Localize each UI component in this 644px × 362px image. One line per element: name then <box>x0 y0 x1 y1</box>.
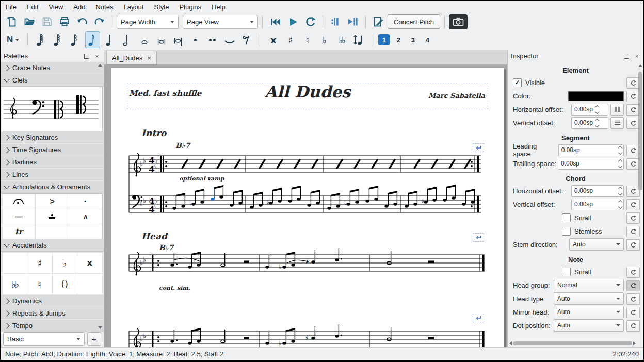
empty-cell[interactable] <box>2 252 28 274</box>
menu-style[interactable]: Style <box>154 3 169 11</box>
duration-eighth-button-selected[interactable] <box>85 31 100 48</box>
play-button[interactable] <box>284 14 301 29</box>
trailing-spinbox[interactable]: 0.00sp <box>558 158 624 170</box>
palettes-scrollbar[interactable] <box>98 64 103 329</box>
menu-view[interactable]: View <box>49 3 63 11</box>
menu-edit[interactable]: Edit <box>27 3 38 11</box>
palette-articulations[interactable]: Articulations & Ornaments <box>1 180 104 193</box>
note-small-checkbox[interactable] <box>562 268 571 276</box>
palette-grace-notes[interactable]: Grace Notes <box>1 61 104 74</box>
flip-direction-button[interactable] <box>351 32 365 48</box>
duration-16th-button[interactable] <box>68 32 82 48</box>
composer-text[interactable]: Marc Sabatella <box>428 92 485 100</box>
double-sharp-button[interactable]: x <box>266 32 280 48</box>
natural-cell[interactable]: ♮ <box>27 273 53 295</box>
small-checkbox[interactable] <box>562 213 571 222</box>
close-tab-icon[interactable]: × <box>147 54 151 62</box>
natural-button[interactable]: ♮ <box>300 32 314 48</box>
scroll-down-icon[interactable] <box>98 326 102 329</box>
menu-add[interactable]: Add <box>73 3 85 11</box>
clefs-palette-grid[interactable] <box>2 87 103 131</box>
leading-spinbox[interactable]: 0.00sp <box>558 144 624 156</box>
augmentation-dot-button[interactable] <box>188 32 202 48</box>
palette-clefs[interactable]: Clefs <box>1 74 104 87</box>
double-flat-button[interactable]: ♭♭ <box>334 32 348 48</box>
duration-longa-button[interactable] <box>171 32 185 48</box>
tie-button[interactable] <box>222 32 236 48</box>
visible-checkbox[interactable] <box>513 78 522 87</box>
scroll-up-icon[interactable] <box>98 64 102 67</box>
palette-tempo[interactable]: Tempo <box>1 319 104 332</box>
duration-quarter-button[interactable] <box>103 32 117 48</box>
chord-hoffset-spinbox[interactable]: 0.00sp <box>571 185 624 197</box>
zoom-combo[interactable]: Page Width <box>117 15 179 29</box>
tenuto-cell[interactable]: — <box>2 209 36 224</box>
flat-cell[interactable]: ♭ <box>52 252 78 274</box>
mirror-head-dropdown[interactable]: Auto <box>554 306 624 318</box>
voice-2-button[interactable]: 2 <box>393 34 404 45</box>
note-input-mode-button[interactable]: N <box>5 35 21 45</box>
rest-button[interactable] <box>239 32 253 48</box>
color-swatch[interactable] <box>568 91 624 101</box>
double-flat-cell[interactable]: ♭♭ <box>2 273 28 295</box>
scrollbar-thumb[interactable] <box>638 72 642 190</box>
new-score-button[interactable] <box>4 14 20 29</box>
system-3[interactable]: ♭♭ ♭ ♯ <box>127 309 487 348</box>
palette-repeats-jumps[interactable]: Repeats & Jumps <box>1 307 104 320</box>
snap-vertical-button[interactable] <box>610 117 624 129</box>
edit-mode-button[interactable] <box>370 14 387 29</box>
fermata-cell[interactable] <box>2 194 36 209</box>
pan-playback-button[interactable] <box>345 14 361 29</box>
rehearsal-mark-intro[interactable]: Intro <box>141 128 166 138</box>
trill-cell[interactable]: tr <box>2 224 36 239</box>
close-panel-icon[interactable]: × <box>93 53 101 60</box>
save-button[interactable] <box>39 14 55 29</box>
inspector-horizontal-scrollbar[interactable] <box>509 340 636 347</box>
score-canvas[interactable]: Med. fast shuffle All Dudes Marc Sabatel… <box>104 64 508 348</box>
concert-pitch-button[interactable]: Concert Pitch <box>388 14 440 29</box>
float-panel-icon[interactable] <box>83 53 90 60</box>
portato-cell[interactable] <box>35 209 69 224</box>
inspector-vertical-scrollbar[interactable] <box>637 63 643 339</box>
score-page[interactable]: Med. fast shuffle All Dudes Marc Sabatel… <box>111 68 504 348</box>
snap-horizontal-button[interactable] <box>610 104 624 116</box>
duration-32nd-button[interactable] <box>51 32 65 48</box>
palette-key-signatures[interactable]: Key Signatures <box>1 131 104 144</box>
palette-barlines[interactable]: Barlines <box>1 156 104 169</box>
menu-layout[interactable]: Layout <box>123 3 143 11</box>
print-button[interactable] <box>56 14 73 29</box>
duration-half-button[interactable] <box>120 32 134 48</box>
voffset-spinbox[interactable]: 0.00sp <box>571 117 608 129</box>
scroll-left-icon[interactable] <box>509 341 512 345</box>
close-panel-icon[interactable]: × <box>633 53 640 60</box>
accent-cell[interactable]: > <box>35 194 69 209</box>
view-mode-combo[interactable]: Page View <box>183 15 258 29</box>
stem-direction-dropdown[interactable]: Auto <box>569 238 624 251</box>
empty-cell[interactable] <box>35 224 69 239</box>
voice-4-button[interactable]: 4 <box>422 34 433 45</box>
hoffset-spinbox[interactable]: 0.00sp <box>571 104 608 116</box>
loop-playback-button[interactable] <box>302 14 318 29</box>
play-repeats-button[interactable] <box>327 14 344 29</box>
palette-preset-combo[interactable]: Basic <box>3 332 85 346</box>
open-button[interactable] <box>21 14 38 29</box>
menu-file[interactable]: File <box>6 3 17 11</box>
menu-plugins[interactable]: Plugins <box>179 3 201 11</box>
duration-breve-button[interactable] <box>154 32 168 48</box>
dot-position-dropdown[interactable]: Auto <box>554 319 624 332</box>
tab-all-dudes[interactable]: All_Dudes × <box>106 51 157 64</box>
continue-sim-text[interactable]: cont. sim. <box>159 285 190 291</box>
rewind-button[interactable] <box>267 14 283 29</box>
parentheses-cell[interactable]: () <box>52 273 78 295</box>
system-1[interactable]: ♭♭ ♭♭ 44 44 ♭ <box>127 140 487 218</box>
sharp-button[interactable]: ♯ <box>283 32 297 48</box>
float-panel-icon[interactable] <box>623 53 630 60</box>
scroll-right-icon[interactable] <box>633 341 636 345</box>
screenshot-mode-button[interactable] <box>449 14 468 29</box>
redo-button[interactable] <box>91 14 108 29</box>
chord-voffset-spinbox[interactable]: 0.00sp <box>571 199 624 210</box>
scrollbar-thumb[interactable] <box>513 341 632 345</box>
voice-1-button[interactable]: 1 <box>378 34 390 45</box>
menu-notes[interactable]: Notes <box>95 3 113 11</box>
menu-help[interactable]: Help <box>212 3 226 11</box>
